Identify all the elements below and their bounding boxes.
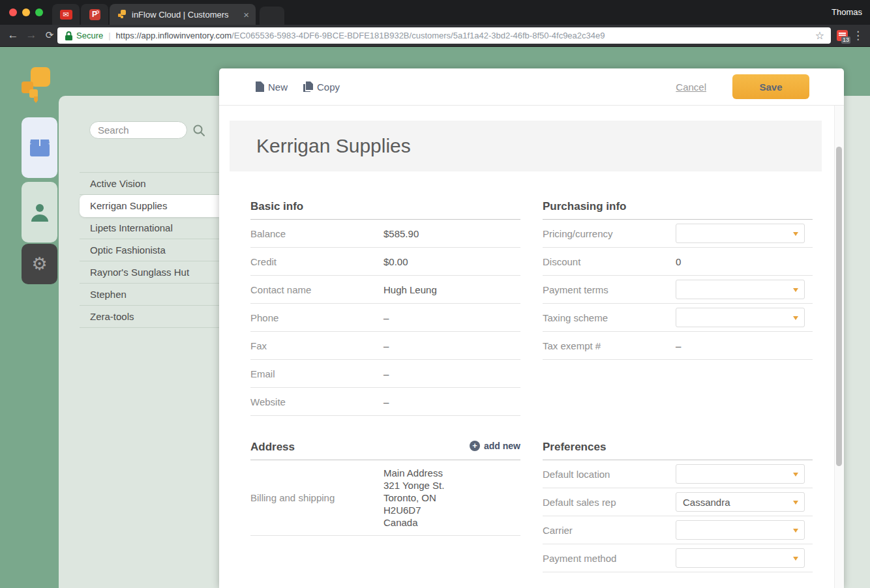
sidebar-tab-settings[interactable]: ⚙: [22, 244, 57, 284]
dropdown-select[interactable]: [676, 308, 805, 327]
customer-list-item[interactable]: Lipets International: [80, 217, 219, 239]
bookmark-star-icon[interactable]: ☆: [815, 29, 824, 42]
lock-icon: [65, 31, 72, 40]
p-app-icon: P: [89, 9, 100, 20]
sidebar-tab-inventory[interactable]: [22, 117, 57, 178]
browser-window: ✉ P inFlow Cloud | Customers × Thomas ← …: [0, 0, 870, 588]
back-icon[interactable]: ←: [5, 27, 21, 43]
field-row: Carrier: [543, 516, 813, 544]
customer-list-item[interactable]: Zera-tools: [80, 306, 219, 328]
customer-name: Active Vision: [90, 178, 146, 189]
extension-badge: 13: [841, 37, 850, 44]
chrome-menu-icon[interactable]: ⋮: [852, 28, 863, 44]
browser-tab-bar: ✉ P inFlow Cloud | Customers × Thomas: [0, 0, 870, 25]
copy-button[interactable]: Copy: [303, 81, 340, 93]
field-label: Email: [250, 368, 383, 379]
dropdown-select[interactable]: Cassandra: [676, 492, 805, 512]
field-row: Billing and shipping Main Address 321 Yo…: [250, 460, 520, 536]
customer-name: Kerrigan Supplies: [90, 200, 167, 211]
address-bar[interactable]: Secure | https://app.inflowinventory.com…: [57, 27, 831, 44]
section-heading: Basic info: [250, 200, 520, 220]
sidebar-tab-customers[interactable]: [22, 182, 57, 243]
customer-list-item[interactable]: Active Vision: [80, 173, 219, 195]
new-button[interactable]: New: [256, 81, 288, 93]
field-row: Pricing/currency: [543, 220, 813, 248]
plus-icon: +: [470, 441, 480, 451]
search-input[interactable]: [89, 121, 187, 139]
detail-toolbar: New Copy Cancel Save: [219, 68, 844, 106]
dropdown-select[interactable]: [676, 224, 805, 243]
field-label: Default location: [543, 469, 676, 480]
chrome-profile-name[interactable]: Thomas: [832, 7, 862, 17]
field-value: $0.00: [383, 256, 408, 267]
field-row: Payment terms: [543, 276, 813, 304]
dropdown-select[interactable]: [676, 548, 805, 568]
pinned-tab-gmail[interactable]: ✉: [52, 4, 80, 25]
field-label: Balance: [250, 228, 383, 239]
inflow-favicon-icon: [117, 10, 127, 19]
background-tab[interactable]: [260, 7, 284, 25]
section-heading: Address + add new: [250, 441, 520, 460]
card-scrollbar-thumb[interactable]: [836, 147, 842, 466]
field-row: Email –: [250, 360, 520, 388]
field-value: –: [383, 340, 389, 351]
customer-list-item[interactable]: Kerrigan Supplies: [80, 195, 219, 217]
field-row: Tax exempt # –: [543, 332, 813, 360]
field-label: Billing and shipping: [250, 492, 383, 503]
search-icon[interactable]: [192, 124, 205, 137]
field-value: 0: [676, 256, 681, 267]
field-label: Fax: [250, 340, 383, 351]
customer-name: Lipets International: [90, 222, 173, 233]
close-tab-icon[interactable]: ×: [243, 9, 249, 20]
field-label: Taxing scheme: [543, 312, 676, 323]
section-address: Address + add new Billing and shipping: [250, 441, 520, 536]
add-new-address-button[interactable]: + add new: [470, 441, 520, 451]
section-heading: Purchasing info: [543, 200, 813, 220]
field-label: Phone: [250, 312, 383, 323]
chevron-down-icon: [793, 316, 798, 320]
detail-content: Kerrigan Supplies Basic info Balance $58…: [230, 121, 822, 572]
field-row: Balance $585.90: [250, 220, 520, 248]
dropdown-select[interactable]: [676, 464, 805, 484]
reload-icon[interactable]: ⟳: [42, 27, 57, 43]
customer-name: Zera-tools: [90, 311, 134, 322]
new-document-icon: [256, 81, 264, 92]
field-value: Hugh Leung: [383, 284, 437, 295]
customer-list: Active Vision Kerrigan Supplies Lipets I…: [80, 172, 219, 328]
chevron-down-icon: [793, 473, 798, 477]
field-value: $585.90: [383, 228, 419, 239]
chevron-down-icon: [793, 529, 798, 533]
field-value: –: [383, 312, 389, 323]
save-button[interactable]: Save: [732, 74, 809, 99]
secure-label: Secure: [76, 31, 103, 40]
field-value: –: [676, 340, 681, 351]
customer-list-item[interactable]: Raynor's Sunglass Hut: [80, 261, 219, 284]
customer-list-item[interactable]: Optic Fashionista: [80, 239, 219, 261]
fullscreen-window-button[interactable]: [35, 8, 43, 16]
customer-name: Optic Fashionista: [90, 244, 166, 256]
pinned-tab-p[interactable]: P: [81, 4, 108, 25]
minimize-window-button[interactable]: [22, 8, 30, 16]
forward-icon: →: [23, 27, 39, 43]
url-path: /EC065536-5983-4DF6-9BCE-BDFE181B932B/cu…: [232, 31, 810, 40]
field-label: Discount: [543, 256, 676, 267]
active-tab[interactable]: inFlow Cloud | Customers ×: [110, 4, 256, 25]
field-row: Payment method: [543, 544, 813, 572]
customer-name: Stephen: [90, 289, 127, 300]
field-row: Default location: [543, 460, 813, 488]
page-title: Kerrigan Supplies: [256, 135, 411, 157]
dropdown-value: Cassandra: [683, 497, 730, 508]
customer-name: Raynor's Sunglass Hut: [90, 267, 189, 278]
tab-title: inFlow Cloud | Customers: [132, 10, 238, 20]
extension-icon[interactable]: 13: [837, 30, 848, 41]
field-label: Payment terms: [543, 284, 676, 295]
section-basic-info: Basic info Balance $585.90: [250, 200, 520, 416]
cancel-button[interactable]: Cancel: [676, 81, 706, 93]
customer-list-item[interactable]: Stephen: [80, 284, 219, 306]
field-value: –: [383, 396, 389, 407]
dropdown-select[interactable]: [676, 520, 805, 540]
card-scrollbar-track[interactable]: [834, 106, 844, 588]
dropdown-select[interactable]: [676, 280, 805, 299]
address-value: Main Address 321 Yonge St. Toronto, ON H…: [383, 460, 444, 535]
close-window-button[interactable]: [9, 8, 17, 16]
